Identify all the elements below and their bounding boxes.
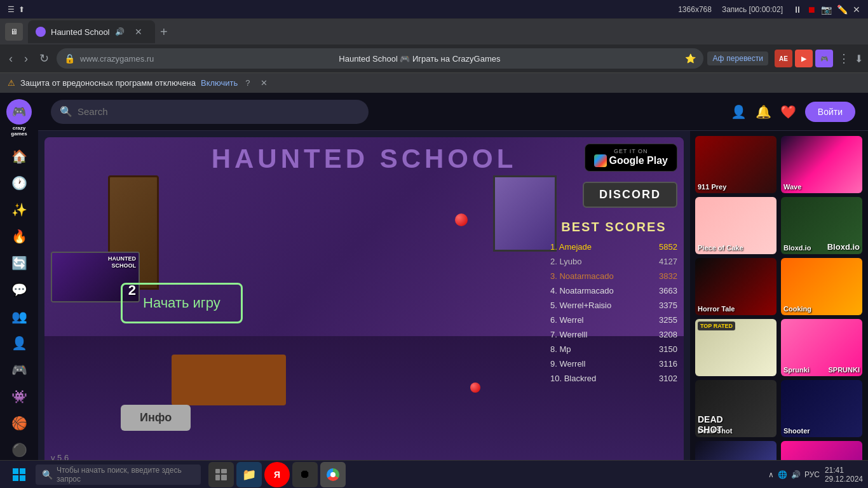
game-thumb[interactable]: Bloxd.ioBloxd.io (781, 197, 862, 254)
game-thumb[interactable]: Cooking (781, 258, 862, 315)
sidebar-item-profile[interactable]: 👤 (8, 336, 31, 351)
tab-title: Haunted School (51, 27, 110, 37)
score-value: 4127 (646, 257, 677, 266)
score-value: 3116 (646, 359, 677, 369)
search-bar[interactable]: 🔍 (51, 100, 369, 124)
taskbar-clock[interactable]: 21:41 29.12.2024 (825, 466, 863, 484)
browser-tab[interactable]: Haunted School 🔊 ✕ (28, 20, 155, 43)
time-display: 21:41 (825, 466, 863, 475)
start-game-btn[interactable]: Начать игру (121, 283, 243, 323)
taskbar: 🔍 Чтобы начать поиск, введите здесь запр… (0, 460, 868, 488)
sidebar-item-updates[interactable]: 🔄 (8, 255, 31, 271)
info-btn[interactable]: Инфо (121, 405, 191, 431)
warning-close-btn[interactable]: ✕ (261, 78, 268, 88)
sidebar-item-discord[interactable]: 💬 (8, 282, 31, 297)
back-btn[interactable]: ‹ (5, 50, 17, 68)
login-btn[interactable]: Войти (805, 102, 855, 122)
game-thumb[interactable]: Dead ShotDEADSHOT (695, 380, 776, 437)
enable-btn[interactable]: Включить (201, 78, 238, 88)
close-recording-btn[interactable]: ✕ (853, 4, 860, 15)
game-thumb[interactable]: Shooter (781, 380, 862, 437)
pen-btn[interactable]: ✏️ (837, 4, 848, 15)
tab-close-btn[interactable]: ✕ (135, 27, 142, 37)
taskbar-app-yandex[interactable]: Я (264, 462, 290, 487)
bell-icon-btn[interactable]: 🔔 (756, 104, 771, 119)
svg-rect-0 (13, 468, 18, 474)
sidebar-item-games[interactable]: 🎮 (8, 362, 31, 377)
ext-cg-icon[interactable]: 🎮 (815, 50, 833, 67)
game-title-overlay: HAUNTED SCHOOL (212, 144, 517, 174)
google-play-btn[interactable]: GET IT ON Google Play (585, 144, 677, 172)
taskbar-right: ∧ 🌐 🔊 РУС 21:41 29.12.2024 (768, 466, 863, 484)
explorer-icon: 📁 (242, 468, 256, 482)
sidebar-item-sports[interactable]: 🏀 (8, 416, 31, 431)
chrome-icon (327, 468, 339, 481)
game-thumb[interactable]: Piece of Cake (695, 197, 776, 254)
user-icon-btn[interactable]: 👤 (731, 104, 747, 119)
gp-bottom: Google Play (594, 154, 668, 167)
heart-icon-btn[interactable]: ❤️ (780, 104, 796, 119)
game-thumb-label: Cooking (783, 305, 811, 313)
game-thumb[interactable]: TOP RATED (695, 319, 776, 376)
volume-icon[interactable]: 🔊 (791, 470, 801, 479)
chevron-up-icon[interactable]: ∧ (768, 470, 774, 479)
score-row: 3. Noatarmacado3832 (550, 270, 677, 282)
sidebar-logo[interactable]: 🎮 crazygames (6, 99, 32, 137)
taskbar-search-bar[interactable]: 🔍 Чтобы начать поиск, введите здесь запр… (36, 464, 201, 485)
taskbar-search-icon: 🔍 (42, 470, 53, 480)
left-sidebar: 🎮 crazygames 🏠 🕐 ✨ 🔥 🔄 💬 👥 👤 🎮 👾 🏀 ⚫ ⭐ 🌐… (0, 93, 38, 488)
sidebar-item-dots[interactable]: ⚫ (8, 442, 31, 458)
score-rank-name: 2. Lyubo (550, 257, 633, 266)
taskbar-app-explorer[interactable]: 📁 (236, 462, 262, 487)
game-thumb[interactable]: Wave (781, 136, 862, 193)
game-thumb[interactable]: Horror Tale (695, 258, 776, 315)
stop-btn[interactable]: ⏹ (807, 4, 816, 15)
system-icons: ∧ 🌐 🔊 РУС (768, 470, 820, 479)
sidebar-item-friends[interactable]: 👥 (8, 309, 31, 324)
discord-btn[interactable]: DISCORD (583, 182, 677, 208)
game-thumb[interactable]: SprunkiSPRUNKI (781, 319, 862, 376)
camera-btn[interactable]: 📷 (821, 4, 832, 15)
download-btn[interactable]: ⬇ (855, 53, 863, 65)
language-label: РУС (804, 470, 820, 479)
sidebar-item-recent[interactable]: 🕐 (8, 175, 31, 191)
taskbar-apps: 📁 Я ⏺ (208, 462, 346, 487)
screen-icon: 🖥 (5, 23, 23, 41)
game-frame[interactable]: HAUNTED SCHOOL GET IT ON Google Play DIS… (44, 137, 684, 469)
main-content: 🔍 👤 🔔 ❤️ Войти (38, 93, 868, 488)
forward-btn[interactable]: › (20, 50, 32, 68)
sidebar-item-pacman[interactable]: 👾 (8, 389, 31, 404)
more-btn[interactable]: ⋮ (838, 51, 850, 65)
sidebar-item-home[interactable]: 🏠 (8, 149, 31, 164)
game-thumb-label: Shooter (783, 427, 810, 435)
pause-btn[interactable]: ⏸ (793, 4, 802, 15)
game-section: HAUNTED SCHOOL GET IT ON Google Play DIS… (38, 131, 690, 488)
warning-help-icon[interactable]: ? (245, 78, 250, 88)
game-thumb[interactable]: 911 Prey (695, 136, 776, 193)
date-display: 29.12.2024 (825, 475, 863, 484)
score-value: 3255 (646, 315, 677, 325)
search-input[interactable] (78, 106, 360, 117)
score-row: 5. Werrel+Raisio3375 (550, 299, 677, 311)
network-icon[interactable]: 🌐 (778, 470, 787, 479)
address-bar[interactable]: 🔒 www.crazygames.ru Haunted School 🎮 Игр… (57, 48, 703, 69)
translate-btn-area[interactable]: Aф перевести (707, 51, 768, 65)
game-thumb-label: Sprunki (783, 366, 810, 374)
score-value: 3663 (646, 286, 677, 295)
ext-ae-icon[interactable]: AE (775, 50, 792, 67)
score-rank-name: 10. Blackred (550, 374, 633, 383)
taskbar-app-taskview[interactable] (208, 462, 234, 487)
url-display: www.crazygames.ru (80, 54, 154, 64)
obs-icon: ⏺ (299, 468, 311, 481)
sidebar-item-hot[interactable]: 🔥 (8, 229, 31, 244)
taskbar-app-obs[interactable]: ⏺ (292, 462, 318, 487)
game-thumb-label: Bloxd.io (783, 244, 811, 252)
ext-yt-icon[interactable]: ▶ (795, 50, 813, 67)
new-tab-btn[interactable]: + (160, 25, 168, 39)
taskbar-app-chrome[interactable] (320, 462, 346, 487)
reload-btn[interactable]: ↻ (36, 49, 53, 68)
search-icon: 🔍 (60, 105, 72, 118)
windows-start-btn[interactable] (5, 461, 33, 489)
sidebar-item-new[interactable]: ✨ (8, 202, 31, 217)
score-value: 5852 (646, 242, 677, 252)
